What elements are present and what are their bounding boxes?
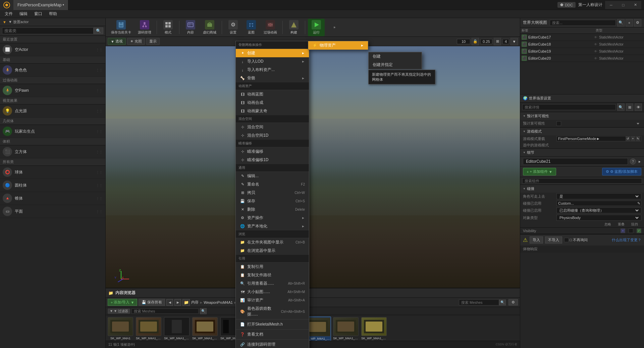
snap-lock-icon[interactable]: 🔒: [472, 38, 479, 45]
world-settings-header[interactable]: 🌍 世界场景设置: [520, 94, 644, 102]
vis-overlap-checkbox[interactable]: [629, 228, 633, 233]
cb-filter-search-btn[interactable]: 🔍: [200, 308, 207, 314]
comp-search-input[interactable]: [522, 178, 642, 184]
blueprint-add-script-btn[interactable]: ⚙ ⚙ 蓝图/添加脚本: [602, 168, 641, 176]
source-control-btn[interactable]: 源码管理: [135, 19, 154, 36]
cm-shader-bake[interactable]: 🎨 着色器烘焙数据...... Ctrl+Alt+Shift+S: [236, 304, 309, 319]
minimize-button[interactable]: ─: [605, 1, 617, 9]
pv-checkbox[interactable]: [556, 121, 561, 126]
section-cinematics[interactable]: 过场动画: [0, 77, 105, 84]
section-basic[interactable]: 基础: [0, 56, 105, 64]
cm-open-skeletal[interactable]: 📄 打开SkeletalMesh.h: [236, 320, 309, 329]
details-eye-btn[interactable]: 👁: [635, 103, 642, 111]
cm-show-folder[interactable]: 📁 在文件夹视图中显示 Ctrl+B: [236, 238, 309, 247]
ot-select[interactable]: PhysicsBody: [558, 215, 640, 220]
cp-value[interactable]: Custom... ✎: [556, 201, 641, 206]
section-geometry[interactable]: 几何体: [0, 118, 105, 125]
ccs-select[interactable]: 是 否: [558, 194, 640, 199]
actor-cylinder[interactable]: 🔵 圆柱体 ⋮⋮: [0, 179, 105, 192]
sm-physics-asset[interactable]: ⚡ 物理资产 ►: [308, 41, 368, 50]
wo-row[interactable]: ⬛ EditorCube17 👁 StaticMeshActor: [520, 34, 644, 41]
marketplace-btn[interactable]: 虚幻商城: [200, 19, 219, 36]
add-component-btn[interactable]: + + 添加组件 ▼: [523, 168, 556, 176]
settings-btn[interactable]: ⚙ 设置: [225, 19, 241, 36]
asset-item[interactable]: SK_WP_M4A1_Yello: [361, 317, 387, 341]
cm-view-docs[interactable]: ❓ 查看文档: [236, 330, 309, 339]
cm-anim-composite[interactable]: 🎞 动画合成: [236, 98, 309, 107]
grid-count-input[interactable]: [502, 39, 509, 44]
cm-copy[interactable]: ⊞ 拷贝 Ctrl+W: [236, 189, 309, 197]
actor-character[interactable]: 🧍 角色色 ⋮⋮: [0, 64, 105, 77]
nav-up-btn[interactable]: 📁: [182, 299, 190, 306]
actor-empty[interactable]: ⬜ 空Actor ⋮⋮: [0, 43, 105, 56]
predictive-vis-header[interactable]: ▼ 预计算可视性: [520, 112, 644, 120]
section-recent[interactable]: 最近放置: [0, 36, 105, 43]
details-search-input[interactable]: [522, 104, 616, 110]
actor-details-header[interactable]: ▼ 细节: [520, 149, 644, 156]
wo-row[interactable]: ⬛ EditorCube20 👁 StaticMeshActor: [520, 55, 644, 62]
game-mode-header[interactable]: ▼ 游戏模式: [520, 128, 644, 135]
actor-info-btn[interactable]: ?: [630, 158, 636, 164]
cm-aim-offset[interactable]: ⊹ 瞄准偏移: [236, 147, 309, 156]
cm-copy-ref[interactable]: 📋 复制引用: [236, 263, 309, 271]
section-visual[interactable]: 视觉效果: [0, 97, 105, 105]
editor-tab[interactable]: FirstPersonExampleMap •: [13, 0, 68, 10]
details-search-btn[interactable]: 🔍: [617, 103, 625, 111]
cm-anim-bp[interactable]: 🎞 动画蓝图: [236, 90, 309, 98]
actor-cube[interactable]: ⬛ 立方体 ⋮⋮: [0, 145, 105, 158]
wo-visibility-icon[interactable]: 👁: [592, 57, 599, 60]
section-volume[interactable]: 体积: [0, 138, 105, 145]
cm-aim-offset-1d[interactable]: ⊹ 瞄准偏移1D: [236, 156, 309, 164]
ce-value[interactable]: 已启用碰撞（查询和物理）: [556, 207, 641, 213]
lighting-btn[interactable]: ☀ 光照: [127, 38, 145, 45]
cm-copy-path[interactable]: 📋 复制文件路径: [236, 271, 309, 279]
cm-blend-space-1d[interactable]: ⊹ 混合空间1D: [236, 131, 309, 140]
details-layout-btn[interactable]: ⊞: [626, 103, 633, 111]
asset-item[interactable]: SK_WP_M4A1: [107, 317, 134, 341]
cm-import-cloth[interactable]: ↓ 导入布料资产...: [236, 66, 309, 74]
class-search-button[interactable]: 🔍: [94, 27, 103, 34]
ce-select[interactable]: 已启用碰撞（查询和物理）: [558, 208, 640, 213]
import-btn[interactable]: 导入: [530, 236, 543, 243]
actor-sphere[interactable]: ⭕ 球体 ⋮⋮: [0, 166, 105, 179]
wo-settings-btn[interactable]: ⚙: [634, 19, 641, 26]
cinematics-btn[interactable]: 过场动画: [261, 19, 280, 36]
asset-item[interactable]: SK_WP_M4A1_Old: [332, 317, 359, 341]
build-btn[interactable]: 构建: [285, 19, 302, 36]
cm-rename[interactable]: ✎ 重命名 F2: [236, 180, 309, 189]
wo-visibility-icon[interactable]: 👁: [592, 50, 599, 53]
wo-row[interactable]: ⬛ EditorCube19 👁 StaticMeshActor: [520, 48, 644, 55]
cm-blend-space[interactable]: ⊹ 混合空间: [236, 123, 309, 131]
asset-item[interactable]: SK_WP_M4A1_Mag: [163, 317, 190, 341]
scale-input[interactable]: [480, 39, 492, 44]
cb-search-btn[interactable]: 🔍: [499, 299, 506, 305]
cp-edit-btn[interactable]: ✎: [637, 201, 640, 206]
cb-settings-btn[interactable]: ⚙: [508, 299, 518, 305]
perspective-dropdown[interactable]: ▼ 透视: [108, 38, 126, 45]
wo-search-btn[interactable]: 🔍: [617, 19, 625, 26]
nav-back-btn[interactable]: ◄: [166, 299, 173, 306]
cm-import-lod[interactable]: ↓ 导入LOD ►: [236, 57, 309, 66]
cm-create[interactable]: ✦ 创建 ►: [236, 49, 309, 57]
filter-dropdown[interactable]: ▼ ▼ 过滤器: [108, 308, 130, 314]
actor-plane[interactable]: ▭ 平面 ⋮⋮: [0, 205, 105, 218]
wo-add-btn[interactable]: +: [626, 19, 633, 26]
ccs-value[interactable]: 是 否: [556, 193, 641, 199]
play-btn[interactable]: 运行: [308, 19, 325, 36]
crumb-content[interactable]: 内容: [191, 300, 199, 305]
sm-create-assign[interactable]: 创建并指定: [369, 61, 422, 69]
content-btn[interactable]: 内容: [182, 19, 199, 36]
gm-reset-btn[interactable]: ↺: [626, 136, 630, 141]
cm-save[interactable]: 💾 保存 Ctrl+S: [236, 197, 309, 205]
wo-row[interactable]: ⬛ EditorCube18 👁 StaticMeshActor: [520, 41, 644, 48]
menu-file[interactable]: 文件: [1, 10, 16, 17]
grid-icon[interactable]: ⊞: [494, 38, 501, 45]
blueprint-btn[interactable]: 蓝图: [243, 19, 260, 36]
asset-item[interactable]: SK_WP_M4A1_Mag_Camo: [192, 317, 218, 341]
world-outliner-search[interactable]: [550, 20, 616, 26]
grid-expand-icon[interactable]: ▼: [511, 38, 518, 45]
save-current-btn[interactable]: 保存当前关卡: [108, 19, 134, 36]
save-all-btn[interactable]: 💾 保存所有: [139, 299, 165, 306]
wo-visibility-icon[interactable]: 👁: [592, 36, 599, 39]
cm-edit[interactable]: ✎ 编辑...: [236, 172, 309, 180]
